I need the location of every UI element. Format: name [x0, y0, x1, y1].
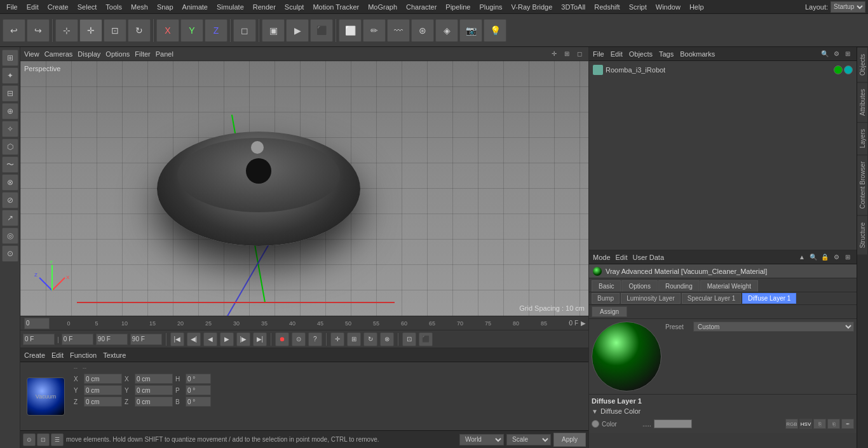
menu-window[interactable]: Window: [652, 2, 684, 12]
auto-key-btn[interactable]: ⊙: [292, 332, 306, 346]
loop-end-input[interactable]: [96, 334, 128, 345]
select-tool-btn[interactable]: ⊹: [55, 19, 78, 42]
menu-file[interactable]: File: [3, 2, 22, 12]
undo-btn[interactable]: ↩: [3, 19, 25, 42]
scale-dropdown[interactable]: Scale: [506, 434, 551, 445]
menu-snap[interactable]: Snap: [153, 2, 177, 12]
move-tool-btn[interactable]: ✛: [79, 19, 102, 42]
menu-vray[interactable]: V-Ray Bridge: [508, 2, 557, 12]
mat-tab-rounding[interactable]: Rounding: [658, 280, 700, 292]
om-edit-menu[interactable]: Edit: [611, 50, 623, 58]
grid-btn[interactable]: ⊡: [402, 332, 416, 346]
mode-object[interactable]: ⊞: [2, 50, 18, 66]
mat-tab-weight[interactable]: Material Weight: [700, 280, 758, 292]
menu-sculpt[interactable]: Sculpt: [281, 2, 308, 12]
timeline-btn[interactable]: ↻: [363, 332, 377, 346]
menu-character[interactable]: Character: [402, 2, 440, 12]
menu-script[interactable]: Script: [625, 2, 651, 12]
am-lock-icon[interactable]: 🔒: [820, 252, 830, 262]
status-icon1[interactable]: ⊙: [23, 433, 36, 446]
layout-dropdown[interactable]: Startup: [831, 1, 865, 13]
x2-input[interactable]: [135, 374, 173, 384]
vp-options-menu[interactable]: Options: [105, 50, 130, 58]
hsv-btn[interactable]: HSV: [799, 419, 812, 429]
mode-uv[interactable]: ⊟: [2, 85, 18, 102]
om-file-menu[interactable]: File: [593, 50, 604, 58]
vtab-attributes[interactable]: Attributes: [857, 82, 868, 122]
am-config-icon[interactable]: ⚙: [831, 252, 841, 262]
mat-tab-options[interactable]: Options: [621, 280, 657, 292]
y-axis-btn[interactable]: Y: [180, 19, 203, 42]
render-frame-btn[interactable]: ⬛: [419, 332, 433, 346]
x1-input[interactable]: [84, 374, 122, 384]
object-btn[interactable]: ◻: [233, 19, 256, 42]
mat-thumbnail-vacuum[interactable]: Vacuum: [27, 377, 65, 416]
paste-btn[interactable]: ⎗: [827, 419, 840, 429]
world-dropdown[interactable]: World: [459, 434, 504, 445]
mat-function-menu[interactable]: Function: [70, 351, 97, 359]
frame-start-input[interactable]: [24, 318, 50, 329]
mat-subtab-diffuse[interactable]: Diffuse Layer 1: [742, 293, 796, 304]
record-btn[interactable]: ⏺: [275, 332, 289, 346]
obj-badge-green[interactable]: [834, 65, 843, 74]
total-frames-input[interactable]: [130, 334, 162, 345]
copy-btn[interactable]: ⎘: [813, 419, 826, 429]
menu-select[interactable]: Select: [74, 2, 101, 12]
menu-create[interactable]: Create: [44, 2, 72, 12]
menu-tools[interactable]: Tools: [102, 2, 126, 12]
vtab-content[interactable]: Content Browser: [857, 154, 868, 215]
light-btn[interactable]: 💡: [484, 19, 506, 42]
om-objects-menu[interactable]: Objects: [629, 50, 653, 58]
mode-polygon[interactable]: ⬡: [2, 139, 18, 155]
x-axis-btn[interactable]: X: [156, 19, 179, 42]
assign-button[interactable]: Assign: [592, 306, 627, 317]
loop-start-input[interactable]: [62, 334, 93, 345]
current-frame-input[interactable]: [23, 334, 55, 345]
b-input[interactable]: [186, 397, 211, 407]
play-back-btn[interactable]: ◀: [203, 332, 217, 346]
om-config-icon[interactable]: ⚙: [831, 49, 841, 59]
menu-edit[interactable]: Edit: [23, 2, 43, 12]
vp-display-menu[interactable]: Display: [78, 50, 100, 58]
cube-btn[interactable]: ⬜: [339, 19, 362, 42]
am-mode-menu[interactable]: Mode: [593, 254, 611, 261]
step-fwd-btn[interactable]: |▶: [236, 332, 250, 346]
am-icon1[interactable]: ▲: [797, 252, 807, 262]
scale-tool-btn[interactable]: ⊡: [104, 19, 126, 42]
tool-arrow[interactable]: ↗: [2, 210, 18, 226]
menu-redshift[interactable]: Redshift: [590, 2, 623, 12]
menu-mograph[interactable]: MoGraph: [364, 2, 401, 12]
z1-input[interactable]: [84, 397, 122, 407]
mode-spline[interactable]: 〜: [2, 156, 18, 173]
render-region-btn[interactable]: ▣: [262, 19, 285, 42]
om-tags-menu[interactable]: Tags: [659, 50, 674, 58]
mode-layer[interactable]: ⊘: [2, 192, 18, 208]
menu-plugins[interactable]: Plugins: [475, 2, 506, 12]
menu-render[interactable]: Render: [249, 2, 280, 12]
mode-3d[interactable]: ⊗: [2, 174, 18, 191]
obj-row-roomba[interactable]: Roomba_i3_iRobot: [592, 64, 854, 76]
p-input[interactable]: [186, 385, 211, 395]
eyedropper-btn[interactable]: ✒: [841, 419, 854, 429]
om-bookmarks-menu[interactable]: Bookmarks: [680, 50, 715, 58]
timeline-expand-btn[interactable]: ▶: [581, 320, 586, 327]
color-swatch[interactable]: [654, 419, 692, 428]
vtab-objects[interactable]: Objects: [857, 47, 868, 82]
menu-motion-tracker[interactable]: Motion Tracker: [309, 2, 363, 12]
tool-sculpt[interactable]: ⊙: [2, 245, 18, 262]
om-search-icon[interactable]: 🔍: [820, 49, 830, 59]
mode-edit[interactable]: ✦: [2, 67, 18, 84]
sweep-btn[interactable]: ⊛: [411, 19, 434, 42]
z-axis-btn[interactable]: Z: [205, 19, 227, 42]
mat-texture-menu[interactable]: Texture: [103, 351, 126, 359]
go-end-btn[interactable]: ▶|: [253, 332, 267, 346]
preview-btn[interactable]: ?: [308, 332, 322, 346]
render-btn[interactable]: ⬛: [310, 19, 333, 42]
status-icon2[interactable]: ⊡: [37, 433, 50, 446]
deform-btn[interactable]: ◈: [435, 19, 458, 42]
vp-icon1[interactable]: ✛: [549, 49, 559, 59]
mat-tab-basic[interactable]: Basic: [592, 280, 621, 292]
viewport-3d[interactable]: X Z Y Perspective Grid Spacing : 10 cm: [20, 61, 588, 316]
mat-edit-menu[interactable]: Edit: [51, 351, 64, 359]
rotate-tool-btn[interactable]: ↻: [128, 19, 151, 42]
